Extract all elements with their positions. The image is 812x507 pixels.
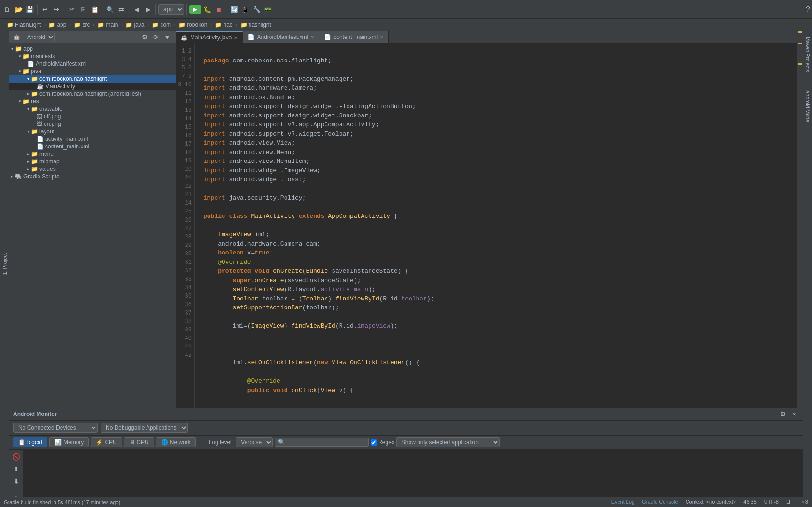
device-button[interactable]: 📟 <box>263 4 273 15</box>
bread-flashlight2[interactable]: 📁 flashlight <box>238 21 274 29</box>
sdk-button[interactable]: 🔧 <box>251 4 262 15</box>
debug-button[interactable]: 🐛 <box>202 4 212 15</box>
search-input[interactable] <box>275 438 369 447</box>
code-editor[interactable]: 1 2 3 4 5 6 7 8 9 10 11 12 13 14 15 16 1… <box>176 43 797 408</box>
sep3 <box>102 4 102 15</box>
tree-onpng[interactable]: 🖼 on.png <box>9 120 176 128</box>
tree-pkg-test[interactable]: ▸ 📁 com.robokon.nao.flashlight (androidT… <box>9 90 176 98</box>
forward-button[interactable]: ▶ <box>143 4 153 15</box>
replace-button[interactable]: ⇄ <box>116 4 126 15</box>
debug-app-selector[interactable]: No Debuggable Applications <box>101 422 188 433</box>
tab-mainactivity[interactable]: ☕ MainActivity.java ✕ <box>176 31 243 43</box>
right-gutter <box>797 31 803 408</box>
tree-drawable[interactable]: ▾ 📁 drawable <box>9 105 176 113</box>
monitor-settings-button[interactable]: ⚙ <box>778 409 788 419</box>
scroll-top-button[interactable]: ⬆ <box>11 464 22 474</box>
event-log-link[interactable]: Event Log <box>611 499 635 505</box>
monitor-tab-gpu[interactable]: 🖥 GPU <box>124 437 154 447</box>
tree-menu[interactable]: ▸ 📁 menu <box>9 150 176 158</box>
tree-app[interactable]: ▾ 📁 app <box>9 45 176 53</box>
tab-androidmanifest[interactable]: 📄 AndroidManifest.xml ✕ <box>243 31 319 43</box>
redo-button[interactable]: ↪ <box>51 4 62 15</box>
tree-values[interactable]: ▸ 📁 values <box>9 165 176 173</box>
tree-androidmanifest[interactable]: 📄 AndroidManifest.xml <box>9 60 176 68</box>
vtab-maven[interactable]: Maven Projects <box>804 33 812 76</box>
vtab-android-model[interactable]: Android Model <box>804 86 812 127</box>
monitor-tab-logcat[interactable]: 📋 logcat <box>13 437 47 447</box>
mid-layout: 1: Project 2: Favorites Build Variants C… <box>0 31 812 497</box>
tree-mipmap[interactable]: ▸ 📁 mipmap <box>9 158 176 165</box>
new-button[interactable]: 🗋 <box>2 4 12 15</box>
clear-logcat-button[interactable]: 🚫 <box>11 452 22 462</box>
bread-robokon[interactable]: 📁 robokon <box>176 21 210 29</box>
tree-layout[interactable]: ▾ 📁 layout <box>9 128 176 135</box>
log-level-selector[interactable]: Verbose Debug Info Warn Error <box>236 437 273 447</box>
show-app-selector[interactable]: Show only selected application No Filter… <box>396 437 500 447</box>
monitor-close-button[interactable]: × <box>789 409 799 419</box>
monitor-tab-network[interactable]: 🌐 Network <box>156 437 196 447</box>
paste-button[interactable]: 📋 <box>89 4 100 15</box>
help-icon[interactable]: ? <box>806 5 810 14</box>
main-toolbar: 🗋 📂 💾 ↩ ↪ ✂ ⎘ 📋 🔍 ⇄ ◀ ▶ app ▶ 🐛 ⏹ 🔄 📱 🔧 … <box>0 0 812 19</box>
bread-java[interactable]: 📁 java <box>123 21 147 29</box>
bread-main[interactable]: 📁 main <box>94 21 121 29</box>
avd-button[interactable]: 📱 <box>240 4 250 15</box>
tab-contentmain[interactable]: 📄 content_main.xml ✕ <box>319 31 389 43</box>
folder-icon-5: 📁 <box>125 22 132 28</box>
app-window: 🗋 📂 💾 ↩ ↪ ✂ ⎘ 📋 🔍 ⇄ ◀ ▶ app ▶ 🐛 ⏹ 🔄 📱 🔧 … <box>0 0 812 507</box>
bread-nao[interactable]: 📁 nao <box>212 21 235 29</box>
open-button[interactable]: 📂 <box>13 4 23 15</box>
regex-checkbox[interactable] <box>371 439 377 446</box>
sep1 <box>37 4 38 15</box>
close-tab-0[interactable]: ✕ <box>234 35 238 40</box>
vtab-project[interactable]: 1: Project <box>0 249 9 278</box>
monitor-header: Android Monitor ⚙ × <box>9 408 803 421</box>
close-tab-2[interactable]: ✕ <box>380 35 384 40</box>
status-bar: Gradle build finished in 5s 481ms (17 mi… <box>0 497 812 507</box>
gear-icon[interactable]: ▼ <box>162 32 172 42</box>
tree-activity-main-xml[interactable]: 📄 activity_main.xml <box>9 135 176 143</box>
bread-com[interactable]: 📁 com <box>149 21 174 29</box>
sync-button[interactable]: 🔄 <box>229 4 239 15</box>
back-button[interactable]: ◀ <box>131 4 142 15</box>
up-button[interactable]: ▲ <box>11 492 22 497</box>
sep7 <box>226 4 226 15</box>
view-selector[interactable]: Android <box>23 33 55 41</box>
save-button[interactable]: 💾 <box>24 4 35 15</box>
undo-button[interactable]: ↩ <box>40 4 50 15</box>
scroll-bottom-button[interactable]: ⬇ <box>11 476 22 486</box>
copy-button[interactable]: ⎘ <box>78 4 88 15</box>
code-content[interactable]: package com.robokon.nao.flashlight; impo… <box>200 43 797 408</box>
monitor-tab-cpu[interactable]: ⚡ CPU <box>91 437 122 447</box>
tree-offpng[interactable]: 🖼 off.png <box>9 113 176 120</box>
tree-res[interactable]: ▾ 📁 res <box>9 98 176 105</box>
log-level-label: Log level: <box>209 439 233 446</box>
settings-icon[interactable]: ⚙ <box>140 32 149 42</box>
sep4 <box>129 4 129 15</box>
find-button[interactable]: 🔍 <box>105 4 115 15</box>
android-monitor: Android Monitor ⚙ × No Connected Devices… <box>9 408 803 497</box>
bread-app[interactable]: 📁 app <box>46 21 69 29</box>
editor-area: ☕ MainActivity.java ✕ 📄 AndroidManifest.… <box>176 31 797 408</box>
tree-content-main-xml[interactable]: 📄 content_main.xml <box>9 143 176 150</box>
gradle-console-link[interactable]: Gradle Console <box>642 499 678 505</box>
tree-gradle[interactable]: ▸ 🐘 Gradle Scripts <box>9 173 176 180</box>
tree-manifests[interactable]: ▾ 📁 manifests <box>9 53 176 60</box>
tree-pkg-main[interactable]: ▾ 📁 com.robokon.nao.flashlight <box>9 75 176 83</box>
sync-icon[interactable]: ⟳ <box>151 32 161 42</box>
tree-mainactivity[interactable]: ☕ MainActivity <box>9 83 176 90</box>
xml-file-icon-2: 📄 <box>247 34 255 40</box>
app-selector[interactable]: app <box>158 4 184 15</box>
folder-icon-9: 📁 <box>240 22 247 28</box>
run-button[interactable]: ▶ <box>189 5 201 14</box>
logcat-icon: 📋 <box>18 439 25 446</box>
folder-icon: 📁 <box>7 22 14 28</box>
bread-flashlight[interactable]: 📁 FlashLight <box>4 21 44 29</box>
stop-button[interactable]: ⏹ <box>213 4 224 15</box>
close-tab-1[interactable]: ✕ <box>310 35 314 40</box>
tree-java[interactable]: ▾ 📁 java <box>9 68 176 75</box>
device-selector[interactable]: No Connected Devices <box>13 422 98 433</box>
monitor-tab-memory[interactable]: 📊 Memory <box>49 437 89 447</box>
bread-src[interactable]: 📁 src <box>71 21 93 29</box>
cut-button[interactable]: ✂ <box>67 4 77 15</box>
